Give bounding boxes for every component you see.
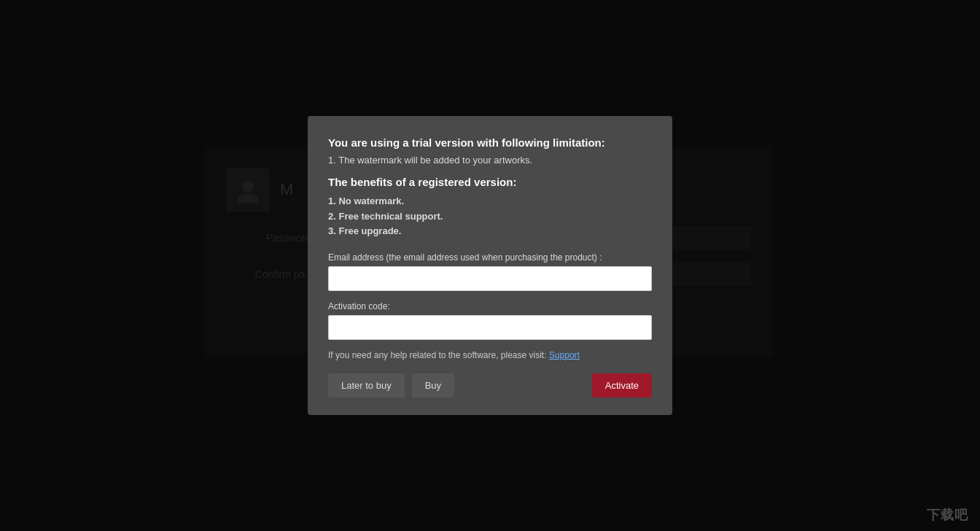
watermark: 下载吧 (927, 506, 968, 524)
dialog-buttons: Later to buy Buy Activate (328, 373, 652, 398)
later-to-buy-button[interactable]: Later to buy (328, 373, 405, 398)
help-text: If you need any help related to the soft… (328, 350, 652, 360)
modal-overlay: You are using a trial version with follo… (0, 0, 980, 531)
benefits-list: 1. No watermark. 2. Free technical suppo… (328, 194, 652, 239)
benefit-3: 3. Free upgrade. (328, 224, 652, 239)
support-link[interactable]: Support (549, 350, 580, 360)
trial-dialog: You are using a trial version with follo… (308, 116, 672, 415)
email-label: Email address (the email address used wh… (328, 252, 652, 263)
buy-button[interactable]: Buy (412, 373, 454, 398)
dialog-limitation: 1. The watermark will be added to your a… (328, 155, 652, 166)
benefit-2: 2. Free technical support. (328, 209, 652, 225)
activation-label: Activation code: (328, 301, 652, 311)
dialog-title: You are using a trial version with follo… (328, 136, 652, 149)
benefit-1: 1. No watermark. (328, 194, 652, 209)
activation-input[interactable] (328, 315, 652, 340)
email-input[interactable] (328, 266, 652, 291)
activate-button[interactable]: Activate (592, 373, 652, 398)
benefits-title: The benefits of a registered version: (328, 176, 652, 188)
